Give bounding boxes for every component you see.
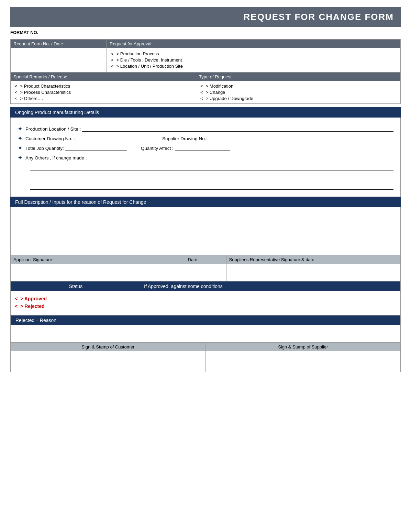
bracket-left-1: < [111,51,114,56]
production-location-row: ✦ Production Location / Site : [18,126,393,132]
applicant-sig-header: Applicant Signature [11,255,185,264]
bracket-r1: < [15,84,18,89]
stamp-section: Sign & Stamp of Customer Sign & Stamp of… [10,343,401,372]
any-others-row: ✦ Any Others , if change made : [18,155,393,161]
full-desc-header: Full Description / Inputs for the reason… [10,197,401,207]
any-others-line-2 [30,174,393,180]
bracket-r3: < [15,96,18,101]
top-section: Request Form No. / Date Request for Appr… [10,39,401,73]
status-left-cell: Status < > Approved < > Rejected [11,281,141,315]
quantity-affect-label: Quantity Affect : [141,146,174,151]
special-remarks-header: Special Remarks / Release [11,73,196,81]
status-approved-item: < > Approved [15,296,137,301]
remark-label-1: > Product Characteristics [20,84,70,89]
applicant-sig-body [11,264,185,281]
supplier-rep-sig-cell: Supplier's Representative Signature & da… [226,255,401,281]
arrow-icon-1: ✦ [18,126,23,132]
quantity-affect-underline [175,145,230,151]
customer-stamp-cell: Sign & Stamp of Customer [11,343,206,372]
type-item-2: < > Change [200,90,396,95]
bracket-left-2: < [111,57,114,63]
date-sig-header: Date [185,255,226,264]
middle-section: Special Remarks / Release < > Product Ch… [10,73,401,104]
type-item-3: < > Upgrade / Downgrade [200,96,396,101]
full-desc-body [10,207,401,255]
any-others-line-1 [30,164,393,170]
rejected-reason-body [11,325,400,342]
bracket-t2: < [200,90,203,95]
status-body: < > Approved < > Rejected [11,291,141,315]
remark-item-3: < > Others…. [15,96,192,101]
customer-stamp-body [11,351,206,372]
request-approval-cell: Request for Approval < > Production Proc… [107,40,400,72]
supplier-rep-sig-header: Supplier's Representative Signature & da… [226,255,401,264]
drawing-row: ✦ Customer Drawing No. : Supplier Drawin… [18,135,393,142]
any-others-lines [30,164,393,190]
if-approved-header: If Approved, against some conditions [141,281,400,291]
type-item-1: < > Modification [200,84,396,89]
request-form-header: Request Form No. / Date [11,40,107,48]
supplier-drawing-underline [209,136,264,141]
customer-drawing-label: Customer Drawing No. : [25,136,75,141]
date-sig-cell: Date [185,255,226,281]
production-location-label: Production Location / Site : [25,126,81,132]
any-others-label: Any Others , if change made : [25,155,87,160]
page-title: REQUEST FOR CHANGE FORM [10,7,401,27]
request-form-body [11,48,107,72]
supplier-stamp-header: Sign & Stamp of Supplier [206,343,401,351]
quantity-row: ✦ Total Job Quantity: Quantity Affect : [18,145,393,151]
type-request-header: Type of Request [196,73,400,81]
customer-drawing-underline [76,136,152,141]
bracket-t1: < [200,84,203,89]
rejected-label: > Rejected [20,303,44,309]
type-request-list: < > Modification < > Change < > Upgrade … [196,81,400,103]
bracket-left-3: < [111,64,114,69]
status-right-cell: If Approved, against some conditions [141,281,400,315]
bracket-rejected: < [15,303,18,309]
special-remarks-cell: Special Remarks / Release < > Product Ch… [11,73,196,103]
remark-label-2: > Process Characteristics [20,90,71,95]
customer-stamp-header: Sign & Stamp of Customer [11,343,206,351]
remark-item-2: < > Process Characteristics [15,90,192,95]
ongoing-section-header: Ongoing Product manufacturing Details [10,107,401,118]
approval-label-2: > Die / Tools , Device, Instrument [116,57,182,63]
bracket-t3: < [200,96,203,101]
rejected-section: Rejected – Reason [10,315,401,343]
arrow-icon-4: ✦ [18,155,23,161]
arrow-icon-3: ✦ [18,145,23,151]
approval-label-3: > Location / Unit / Production Site [116,64,183,69]
status-section: Status < > Approved < > Rejected If Appr… [10,281,401,315]
remarks-list: < > Product Characteristics < > Process … [11,81,196,103]
request-approval-header: Request for Approval [107,40,400,48]
approval-label-1: > Production Process [116,51,159,56]
if-approved-body [141,291,400,315]
supplier-rep-sig-body [226,264,401,281]
supplier-drawing-label: Supplier Drawing No.: [162,136,207,141]
bracket-approved: < [15,296,18,301]
total-job-underline [65,145,127,151]
applicant-sig-cell: Applicant Signature [11,255,185,281]
remark-item-1: < > Product Characteristics [15,84,192,89]
approval-item-3: < > Location / Unit / Production Site [111,64,396,69]
supplier-stamp-cell: Sign & Stamp of Supplier [206,343,401,372]
approved-label: > Approved [20,296,47,301]
total-job-label: Total Job Quantity: [25,146,64,151]
approval-item-2: < > Die / Tools , Device, Instrument [111,57,396,63]
any-others-line-3 [30,184,393,190]
approval-list: < > Production Process < > Die / Tools ,… [107,48,400,72]
production-location-underline [82,126,393,132]
status-rejected-item: < > Rejected [15,303,137,309]
ongoing-section-body: ✦ Production Location / Site : ✦ Custome… [10,118,401,197]
approval-item-1: < > Production Process [111,51,396,56]
status-header: Status [11,281,141,291]
type-label-3: > Upgrade / Downgrade [206,96,253,101]
type-label-1: > Modification [206,84,234,89]
format-no-label: FORMAT NO. [10,30,401,35]
supplier-stamp-body [206,351,401,372]
date-sig-body [185,264,226,281]
remark-label-3: > Others…. [20,96,43,101]
arrow-icon-2: ✦ [18,135,23,142]
signature-section: Applicant Signature Date Supplier's Repr… [10,255,401,281]
request-form-no-cell: Request Form No. / Date [11,40,107,72]
type-label-2: > Change [206,90,225,95]
